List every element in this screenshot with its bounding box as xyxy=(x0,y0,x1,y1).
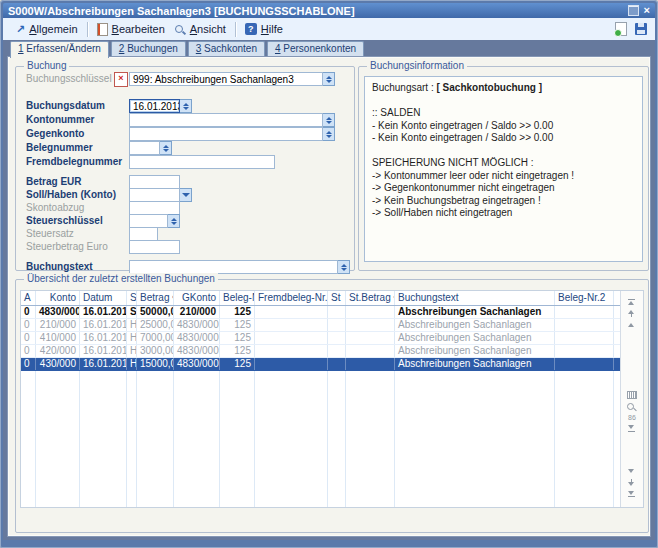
table-cell-empty xyxy=(80,491,127,503)
table-empty-row[interactable] xyxy=(21,443,620,455)
kontonummer-input[interactable] xyxy=(129,113,323,127)
buchungsschluessel-field[interactable]: 999: Abschreibungen Sachanlagen3 xyxy=(129,72,335,86)
table-row[interactable]: 0430/00016.01.2013H15000,004830/000125Ab… xyxy=(21,358,620,371)
table-empty-row[interactable] xyxy=(21,491,620,503)
menu-item-allgemein[interactable]: ↗Allgemein xyxy=(11,21,83,37)
scroll-down-icon[interactable] xyxy=(627,468,637,475)
columns-icon[interactable] xyxy=(627,391,637,399)
tab-4-personenkonten[interactable]: 4 Personenkonten xyxy=(267,41,364,56)
betrag-eur-field[interactable] xyxy=(129,175,180,189)
column-header-beleg-nr-2[interactable]: Beleg-Nr.2 xyxy=(555,291,614,305)
close-window-button[interactable]: × xyxy=(644,5,650,16)
restore-window-button[interactable] xyxy=(628,5,639,16)
belegnummer-spinner[interactable] xyxy=(160,141,172,155)
steuersatz-input[interactable] xyxy=(129,227,158,241)
menu-item-ansicht[interactable]: Ansicht xyxy=(170,21,231,37)
buchungstext-field[interactable] xyxy=(129,260,350,274)
buchungsschluessel-input[interactable]: 999: Abschreibungen Sachanlagen3 xyxy=(129,72,323,86)
buchungsdatum-input[interactable]: 16.01.2013 xyxy=(129,99,180,113)
column-header-datum[interactable]: Datum xyxy=(80,291,127,305)
column-header-betrag-[interactable]: Betrag € xyxy=(137,291,174,305)
soll-haben-field[interactable] xyxy=(129,188,192,202)
kontonummer-spinner[interactable] xyxy=(323,113,335,127)
table-cell-empty xyxy=(328,443,346,455)
steuerbetrag-euro-field[interactable] xyxy=(129,240,180,254)
gegenkonto-field[interactable] xyxy=(129,127,335,141)
table-empty-row[interactable] xyxy=(21,383,620,395)
clear-buchungsschluessel-button[interactable]: × xyxy=(114,72,128,87)
table-row[interactable]: 0420/00016.01.2013H3000,004830/000125Abs… xyxy=(21,345,620,358)
soll-haben-input[interactable] xyxy=(129,188,180,202)
table-empty-row[interactable] xyxy=(21,479,620,491)
column-header-s[interactable]: S xyxy=(127,291,137,305)
tab-2-buchungen[interactable]: 2 Buchungen xyxy=(111,41,186,56)
column-header-konto[interactable]: Konto xyxy=(36,291,80,305)
tab-label: 3 Sachkonten xyxy=(196,43,257,54)
column-header-st-betrag-[interactable]: St.Betrag € xyxy=(346,291,395,305)
table-empty-row[interactable] xyxy=(21,503,620,507)
column-header-st[interactable]: St xyxy=(328,291,346,305)
scroll-pageup-icon[interactable] xyxy=(627,310,637,317)
table-empty-row[interactable] xyxy=(21,395,620,407)
table-row[interactable]: 04830/00016.01.2013S50000,00210/000125Ab… xyxy=(21,306,620,319)
belegnummer-field[interactable] xyxy=(129,141,172,155)
info-line xyxy=(372,95,635,108)
fremdbelegnummer-input[interactable] xyxy=(129,155,275,169)
column-header-beleg-nr-[interactable]: Beleg-Nr. xyxy=(220,291,255,305)
table-empty-row[interactable] xyxy=(21,467,620,479)
table-empty-row[interactable] xyxy=(21,431,620,443)
table-cell-empty xyxy=(395,491,555,503)
skontoabzug-input[interactable] xyxy=(129,201,180,215)
table-empty-row[interactable] xyxy=(21,419,620,431)
new-document-button[interactable] xyxy=(615,22,627,36)
table-empty-row[interactable] xyxy=(21,371,620,383)
search-icon[interactable] xyxy=(627,403,637,410)
table-cell-empty xyxy=(21,479,36,491)
column-header-gkonto[interactable]: GKonto xyxy=(174,291,220,305)
skontoabzug-field[interactable] xyxy=(129,201,180,215)
buchungstext-spinner[interactable] xyxy=(338,260,350,274)
column-header-a[interactable]: A xyxy=(21,291,36,305)
buchungsschluessel-spinner[interactable] xyxy=(323,72,335,86)
scroll-last-icon[interactable] xyxy=(627,490,637,497)
table-cell-empty xyxy=(395,395,555,407)
table-row[interactable]: 0410/00016.01.2013H7000,004830/000125Abs… xyxy=(21,332,620,345)
steuerschluessel-input[interactable] xyxy=(129,214,168,228)
scroll-pagedown-icon[interactable] xyxy=(627,479,637,486)
table-empty-row[interactable] xyxy=(21,407,620,419)
gegenkonto-spinner[interactable] xyxy=(323,127,335,141)
kontonummer-field[interactable] xyxy=(129,113,335,127)
scroll-first-icon[interactable] xyxy=(627,299,637,306)
steuerschluessel-label: Steuerschlüssel xyxy=(26,215,103,226)
table-cell-empty xyxy=(255,491,328,503)
tab-3-sachkonten[interactable]: 3 Sachkonten xyxy=(188,41,265,56)
table-cell-empty xyxy=(220,443,255,455)
buchungstext-input[interactable] xyxy=(129,260,338,274)
table-row[interactable]: 0210/00016.01.2013H25000,004830/000125Ab… xyxy=(21,319,620,332)
soll-haben-dropdown-button[interactable] xyxy=(180,188,192,202)
table-cell-empty xyxy=(174,467,220,479)
table-cell-empty xyxy=(80,419,127,431)
steuerschluessel-spinner[interactable] xyxy=(168,214,180,228)
belegnummer-input[interactable] xyxy=(129,141,160,155)
column-header-buchungstext[interactable]: Buchungstext xyxy=(395,291,555,305)
tab-1-erfassen-ndern[interactable]: 1 Erfassen/Ändern xyxy=(10,41,109,58)
table-cell: 7000,00 xyxy=(137,332,174,344)
menu-item-bearbeiten[interactable]: Bearbeiten xyxy=(92,21,170,38)
scroll-up-icon[interactable] xyxy=(627,321,637,328)
table-empty-row[interactable] xyxy=(21,455,620,467)
steuerschluessel-field[interactable] xyxy=(129,214,180,228)
steuerbetrag-euro-input[interactable] xyxy=(129,240,180,254)
fremdbelegnummer-field[interactable] xyxy=(129,155,275,169)
gegenkonto-input[interactable] xyxy=(129,127,323,141)
steuersatz-field[interactable] xyxy=(129,227,158,241)
filter-icon[interactable] xyxy=(627,425,637,432)
menu-item-hilfe[interactable]: Hilfe xyxy=(240,21,288,37)
buchungsdatum-field[interactable]: 16.01.2013 xyxy=(129,99,192,113)
betrag-eur-input[interactable] xyxy=(129,175,180,189)
calc-icon[interactable]: 86 xyxy=(626,414,638,421)
column-header-fremdbeleg-nr-[interactable]: Fremdbeleg-Nr. xyxy=(255,291,328,305)
save-button[interactable] xyxy=(635,23,647,35)
table-cell-empty xyxy=(127,479,137,491)
buchungsdatum-spinner[interactable] xyxy=(180,99,192,113)
